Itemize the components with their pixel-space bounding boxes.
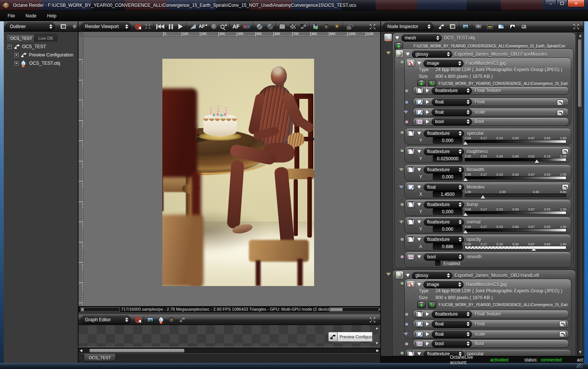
- slider[interactable]: [465, 158, 566, 163]
- graph-horizontal-scrollbar[interactable]: ◀ ▶: [79, 348, 380, 353]
- slider-track[interactable]: [465, 176, 566, 180]
- pin-dot-texture[interactable]: [401, 282, 404, 285]
- save-image-icon[interactable]: [311, 22, 320, 31]
- slider-track[interactable]: [465, 194, 566, 197]
- menu-item[interactable]: Node: [25, 13, 36, 19]
- close-button[interactable]: ×: [568, 0, 585, 7]
- texture-pin-button[interactable]: [407, 236, 415, 243]
- pin-type-dropdown[interactable]: float: [432, 109, 472, 116]
- pin-dot-texture[interactable]: [401, 352, 404, 355]
- pin-marker-float[interactable]: [399, 186, 404, 189]
- imager-node-icon[interactable]: [508, 22, 517, 31]
- depth-pick-icon[interactable]: [210, 22, 218, 31]
- pin-marker-float[interactable]: [404, 333, 408, 336]
- expand-icon[interactable]: +: [14, 61, 19, 66]
- graph-panel-selector[interactable]: Graph Editor: [81, 316, 131, 324]
- curve-editor-button[interactable]: [562, 149, 569, 155]
- pin-dot-texture[interactable]: [401, 238, 404, 241]
- pin-row-float[interactable]: float Float: [413, 98, 569, 106]
- glossy-node-icon-button[interactable]: [395, 271, 404, 279]
- pin-row-float-texture[interactable]: floattexture Float Texture: [413, 86, 569, 95]
- float-pin-button[interactable]: [416, 99, 423, 105]
- bool-pin-button[interactable]: [416, 119, 423, 125]
- collapse-icon[interactable]: [417, 352, 421, 355]
- autofocus-toggle-icon[interactable]: AF: [232, 22, 240, 31]
- pin-type-dropdown[interactable]: floattexture: [424, 130, 464, 137]
- curve-editor-button[interactable]: [562, 184, 569, 190]
- fit-view-icon[interactable]: ↘↙↗↖: [144, 22, 152, 31]
- material-ball-1-icon[interactable]: [255, 22, 264, 31]
- whitebalance-pick-icon[interactable]: ▲: [220, 22, 228, 31]
- maximize-button[interactable]: [557, 0, 567, 7]
- expanded-marker-icon[interactable]: [386, 52, 391, 55]
- graph-scroll-up-icon[interactable]: ▲: [375, 327, 379, 330]
- bool-pin-button[interactable]: [407, 254, 415, 260]
- slider-handle[interactable]: [463, 178, 468, 181]
- export-node-icon[interactable]: [178, 316, 186, 324]
- scroll-left-icon[interactable]: ◀: [80, 349, 82, 352]
- region-ruler-icon[interactable]: [189, 22, 197, 31]
- stereo-mode-icon[interactable]: [242, 22, 251, 31]
- collapse-icon[interactable]: −: [8, 45, 12, 49]
- expand-icon[interactable]: [426, 332, 429, 336]
- slider-handle[interactable]: [463, 141, 468, 145]
- pin-type-dropdown[interactable]: floattexture: [424, 219, 464, 226]
- alpha-checker-small-icon[interactable]: [278, 22, 286, 31]
- inspector-panel-selector[interactable]: Node Inspector: [383, 22, 433, 31]
- slider-track[interactable]: [465, 211, 566, 214]
- slider[interactable]: [465, 211, 566, 216]
- value-field[interactable]: 0.000: [433, 137, 462, 144]
- texture-pin-button[interactable]: [416, 88, 423, 94]
- slider-handle[interactable]: [481, 195, 485, 199]
- graph-scroll-down-icon[interactable]: ▼: [375, 342, 379, 345]
- pin-row-bool[interactable]: bool Bool: [413, 117, 569, 126]
- expand-icon[interactable]: [426, 100, 429, 104]
- inspector-fullscreen-icon[interactable]: ↖↗↙↘: [572, 22, 580, 31]
- float-pin-button[interactable]: [407, 184, 415, 191]
- expanded-marker-icon[interactable]: [386, 273, 391, 276]
- value-field[interactable]: 0.000: [433, 226, 462, 232]
- menu-item[interactable]: File: [8, 13, 15, 19]
- pin-row-bool[interactable]: bool Bool: [413, 339, 569, 348]
- minimize-button[interactable]: –: [545, 0, 556, 7]
- pin-type-dropdown[interactable]: floattexture: [424, 166, 464, 174]
- load-render-state-icon[interactable]: [167, 316, 176, 324]
- refresh-file-button[interactable]: ↻: [428, 301, 436, 308]
- texture-pin-button[interactable]: [407, 351, 415, 356]
- graph-editor-canvas[interactable]: Preview Configura ▲ ▼: [79, 325, 380, 347]
- slider-handle[interactable]: [463, 213, 468, 216]
- material-type-dropdown[interactable]: glossy: [412, 51, 452, 58]
- frame-slider[interactable]: [80, 307, 120, 312]
- collapse-icon[interactable]: [417, 150, 421, 153]
- menu-item[interactable]: Help: [47, 13, 57, 19]
- pin-dot-texture[interactable]: [401, 203, 404, 206]
- pin-dot-bool[interactable]: [405, 342, 408, 346]
- collapse-icon[interactable]: [417, 186, 421, 189]
- slider-handle[interactable]: [463, 230, 468, 233]
- scroll-right-icon[interactable]: ▶: [376, 349, 379, 352]
- alpha-checker-large-icon[interactable]: [299, 22, 308, 31]
- texture-pin-button[interactable]: [407, 130, 415, 137]
- pin-dot-texture[interactable]: [401, 131, 404, 134]
- scrollbar-thumb[interactable]: [578, 39, 582, 107]
- texture-type-dropdown[interactable]: image: [423, 60, 464, 67]
- graph-tab-ocs-test[interactable]: OCS_TEST: [84, 354, 116, 361]
- value-field[interactable]: 0.000: [433, 208, 462, 215]
- node-single-icon[interactable]: [437, 22, 445, 31]
- collapse-icon[interactable]: [395, 36, 399, 39]
- texture-pin-button[interactable]: [407, 202, 415, 208]
- play-render-icon[interactable]: [176, 22, 185, 31]
- pin-type-dropdown[interactable]: bool: [432, 118, 472, 125]
- curve-editor-button[interactable]: [559, 331, 566, 337]
- pin-dot-texture[interactable]: [401, 149, 404, 152]
- expand-icon[interactable]: [426, 120, 429, 124]
- graph-node-preview-configuration[interactable]: Preview Configura: [328, 332, 373, 342]
- pause-render-icon[interactable]: [167, 22, 175, 31]
- frame-slider-thumb[interactable]: [81, 308, 84, 311]
- pin-type-dropdown[interactable]: bool: [432, 340, 472, 347]
- slider[interactable]: [465, 228, 566, 233]
- collapse-icon[interactable]: [406, 53, 410, 56]
- pin-type-dropdown[interactable]: bool: [424, 253, 464, 261]
- pin-type-dropdown[interactable]: float: [432, 99, 472, 106]
- kernel-node-icon[interactable]: [486, 22, 494, 31]
